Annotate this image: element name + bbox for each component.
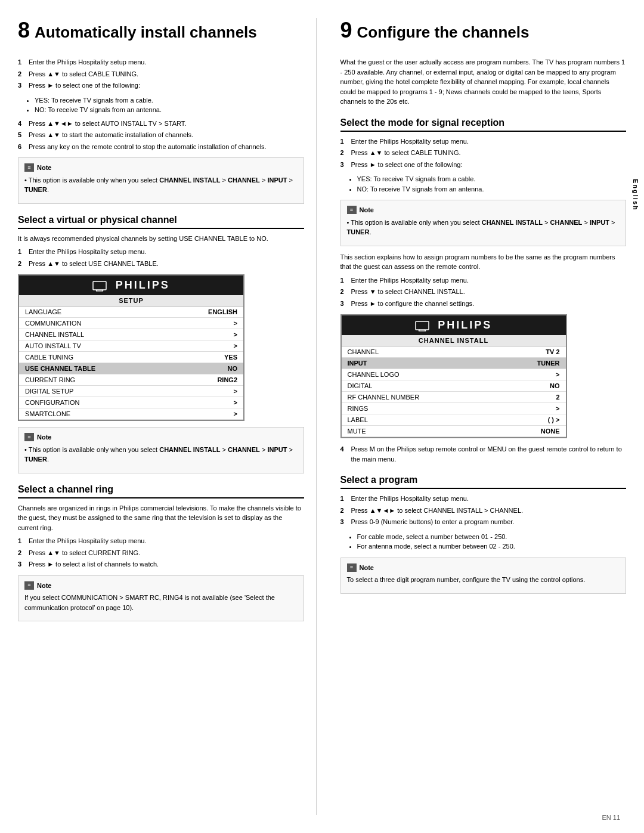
step1-prog: 1Enter the Philips Hospitality setup men… (340, 494, 627, 504)
menu-subheader-right: CHANNEL INSTALL (342, 335, 566, 346)
step4-right: 4Press M on the Philips setup remote con… (340, 444, 627, 464)
step3-left: 3Press ► to select one of the following: (18, 80, 304, 91)
menu-row-left: COMMUNICATION> (19, 318, 243, 329)
step1-left: 1Enter the Philips Hospitality setup men… (18, 57, 304, 67)
note-box-right-1: ≡ Note • This option is available only w… (340, 200, 627, 246)
step6-left: 6Press any key on the remote control to … (18, 142, 304, 152)
step1-ch: 1Enter the Philips Hospitality setup men… (340, 275, 627, 286)
menu-row-right: MUTENONE (342, 426, 566, 437)
bullets-cable: YES: To receive TV signals from a cable.… (18, 95, 304, 115)
bullets-program: For cable mode, select a number between … (340, 532, 627, 552)
step2-ch: 2Press ▼ to select CHANNEL INSTALL. (340, 287, 627, 297)
steps-channel-config: 1Enter the Philips Hospitality setup men… (340, 275, 627, 309)
menu-row-right: RF CHANNEL NUMBER2 (342, 392, 566, 403)
bullet-no-right: NO: To receive TV signals from an antenn… (357, 184, 627, 194)
note-icon-1: ≡ (24, 163, 34, 172)
philips-menu-right: PHILIPS CHANNEL INSTALL CHANNELTV 2INPUT… (340, 314, 567, 438)
menu-row-left: USE CHANNEL TABLENO (19, 363, 243, 374)
step2-prog: 2Press ▲▼◄► to select CHANNEL INSTALL > … (340, 506, 627, 516)
step3-signal: 3Press ► to select one of the following: (340, 160, 627, 170)
menu-row-left: DIGITAL SETUP> (19, 386, 243, 397)
page-footer: EN 11 (602, 814, 620, 821)
note-box-3: ≡ Note If you select COMMUNICATION > SMA… (18, 575, 304, 622)
section9-header: 9 Configure the channels (340, 18, 627, 50)
step1-ring: 1Enter the Philips Hospitality setup men… (18, 536, 304, 546)
note-box-2: ≡ Note • This option is available only w… (18, 427, 304, 473)
tv-icon-right (415, 321, 429, 332)
subsection-signal-title: Select the mode for signal reception (340, 117, 627, 132)
note-box-1: ≡ Note • This option is available only w… (18, 157, 304, 204)
step3-prog: 3Press 0-9 (Numeric buttons) to enter a … (340, 517, 627, 527)
menu-row-left: SMARTCLONE> (19, 408, 243, 420)
menu-row-right: INPUTTUNER (342, 358, 566, 369)
para2-right: This section explains how to assign prog… (340, 252, 627, 272)
subsection2-title: Select a channel ring (18, 484, 304, 498)
note-icon-right-1: ≡ (347, 206, 357, 214)
steps-1-3-left: 1Enter the Philips Hospitality setup men… (18, 57, 304, 91)
menu-rows-container-right: CHANNELTV 2INPUTTUNERCHANNEL LOGO>DIGITA… (342, 346, 566, 437)
note-right-1-text: • This option is available only when you… (347, 218, 620, 237)
menu-row-left: CABLE TUNINGYES (19, 352, 243, 363)
steps-program: 1Enter the Philips Hospitality setup men… (340, 494, 627, 527)
subsection2-para: Channels are organized in rings in Phili… (18, 503, 304, 533)
bullet-no: NO: To receive TV signals from an antenn… (35, 105, 304, 115)
step5-left: 5Press ▲▼ to start the automatic install… (18, 130, 304, 140)
philips-brand-right: PHILIPS (438, 319, 492, 331)
bullet-antenna-prog: For antenna mode, select a number betwee… (357, 541, 627, 552)
note2-text: • This option is available only when you… (24, 445, 298, 465)
note-box-right-2: ≡ Note To select a three digit program n… (340, 558, 627, 594)
note-label-right-1: ≡ Note (347, 205, 620, 215)
step4-left: 4Press ▲▼◄► to select AUTO INSTALL TV > … (18, 119, 304, 129)
note1-text: • This option is available only when you… (24, 175, 298, 195)
section8-title: Automatically install channels (35, 23, 257, 42)
note-label-1: ≡ Note (24, 163, 298, 173)
note-label-3: ≡ Note (24, 581, 298, 591)
note-icon-3: ≡ (24, 581, 34, 590)
svg-rect-0 (93, 281, 106, 290)
section9-number: 9 (340, 18, 352, 43)
bullet-yes: YES: To receive TV signals from a cable. (35, 95, 304, 106)
menu-row-left: CURRENT RINGRING2 (19, 374, 243, 386)
philips-menu-left: PHILIPS SETUP LANGUAGEENGLISHCOMMUNICATI… (18, 274, 244, 421)
steps-signal: 1Enter the Philips Hospitality setup men… (340, 137, 627, 170)
page: 8 Automatically install channels 1Enter … (0, 0, 644, 833)
note-icon-2: ≡ (24, 433, 34, 441)
note-right-2-text: To select a three digit program number, … (347, 575, 620, 585)
step1-signal: 1Enter the Philips Hospitality setup men… (340, 137, 627, 147)
note-icon-right-2: ≡ (347, 563, 357, 572)
section8-header: 8 Automatically install channels (18, 18, 304, 50)
step2-ring: 2Press ▲▼ to select CURRENT RING. (18, 548, 304, 558)
step1-virtual: 1Enter the Philips Hospitality setup men… (18, 247, 304, 257)
bullet-cable-prog: For cable mode, select a number between … (357, 532, 627, 542)
subsection1-para: It is always recommended physical channe… (18, 234, 304, 244)
menu-row-left: LANGUAGEENGLISH (19, 306, 243, 318)
bullet-yes-right: YES: To receive TV signals from a cable. (357, 174, 627, 184)
menu-row-right: DIGITALNO (342, 380, 566, 392)
english-sidebar: English (632, 179, 639, 211)
section8-number: 8 (18, 18, 30, 43)
philips-logo-right: PHILIPS (342, 315, 566, 335)
philips-brand-left: PHILIPS (116, 279, 170, 291)
step2-signal: 2Press ▲▼ to select CABLE TUNING. (340, 148, 627, 158)
bullets-signal: YES: To receive TV signals from a cable.… (340, 174, 627, 194)
menu-row-right: LABEL( ) > (342, 414, 566, 426)
step2-virtual: 2Press ▲▼ to select USE CHANNEL TABLE. (18, 259, 304, 269)
step2-left: 2Press ▲▼ to select CABLE TUNING. (18, 69, 304, 79)
steps-ring: 1Enter the Philips Hospitality setup men… (18, 536, 304, 569)
tv-icon-left (92, 281, 107, 292)
subsection-program-title: Select a program (340, 475, 627, 489)
menu-row-left: CONFIGURATION> (19, 397, 243, 408)
svg-rect-4 (416, 321, 429, 330)
intro-para-right: What the guest or the user actually acce… (340, 57, 627, 107)
left-column: 8 Automatically install channels 1Enter … (18, 18, 317, 815)
menu-row-left: CHANNEL INSTALL> (19, 329, 243, 340)
menu-rows-container-left: LANGUAGEENGLISHCOMMUNICATION>CHANNEL INS… (19, 306, 243, 420)
menu-row-right: CHANNEL LOGO> (342, 369, 566, 380)
menu-subheader-left: SETUP (19, 295, 243, 306)
menu-row-right: CHANNELTV 2 (342, 346, 566, 358)
section9-title: Configure the channels (357, 23, 530, 42)
step3-ring: 3Press ► to select a list of channels to… (18, 559, 304, 569)
note3-text: If you select COMMUNICATION > SMART RC, … (24, 593, 298, 612)
menu-row-right: RINGS> (342, 403, 566, 414)
menu-row-left: AUTO INSTALL TV> (19, 340, 243, 352)
